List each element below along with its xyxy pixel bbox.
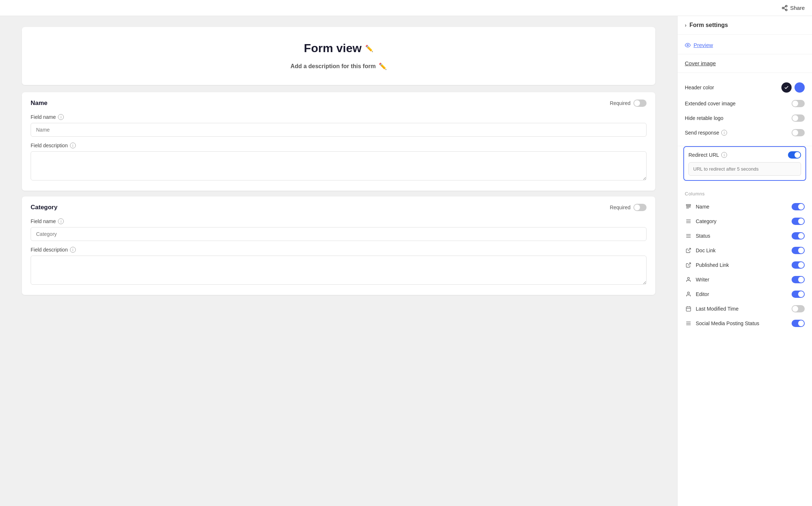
column-toggle-published-link[interactable]: [792, 261, 805, 269]
name-field-name-label: Field name i: [31, 114, 647, 120]
name-required-toggle[interactable]: [633, 100, 647, 107]
column-row-left: Social Media Posting Status: [685, 320, 759, 327]
redirect-url-input[interactable]: [688, 162, 801, 176]
category-field-card: Category Required Field name i Field des…: [22, 196, 655, 295]
name-field-card: Name Required Field name i Field descrip…: [22, 92, 655, 191]
color-options: [781, 82, 805, 93]
column-row-left: Writer: [685, 276, 709, 283]
column-name: Category: [696, 218, 717, 224]
column-row: Social Media Posting Status: [678, 316, 812, 331]
svg-line-16: [688, 248, 691, 251]
share-label: Share: [790, 5, 805, 11]
columns-header: Columns: [678, 187, 812, 199]
extended-cover-image-toggle[interactable]: [792, 100, 805, 107]
column-name: Last Modified Time: [696, 306, 739, 312]
name-field-name-input[interactable]: [31, 123, 647, 137]
name-field-description-input[interactable]: [31, 151, 647, 180]
column-name: Name: [696, 204, 709, 210]
header-color-label: Header color: [685, 85, 714, 90]
column-row-left: Last Modified Time: [685, 305, 739, 312]
hide-retable-logo-toggle[interactable]: [792, 114, 805, 122]
svg-point-19: [687, 292, 689, 294]
send-response-info-icon[interactable]: i: [721, 130, 727, 136]
column-icon-editor: [685, 291, 692, 298]
name-field-name-info-icon[interactable]: i: [58, 114, 64, 120]
redirect-url-box: Redirect URL i: [683, 146, 806, 181]
name-field-title: Name: [31, 100, 47, 107]
column-toggle-category[interactable]: [792, 218, 805, 225]
main-layout: Form view ✏️ Add a description for this …: [0, 16, 812, 506]
svg-rect-6: [686, 205, 691, 206]
column-row: Published Link: [678, 258, 812, 272]
send-response-row: Send response i: [685, 125, 805, 140]
form-settings-chevron-icon: ›: [685, 22, 687, 28]
column-name: Published Link: [696, 262, 729, 268]
name-field-desc-info-icon[interactable]: i: [70, 143, 76, 148]
send-response-toggle[interactable]: [792, 129, 805, 136]
column-toggle-name[interactable]: [792, 203, 805, 210]
svg-line-17: [688, 263, 691, 265]
category-required-toggle[interactable]: [633, 204, 647, 211]
column-row: Name: [678, 199, 812, 214]
redirect-url-toggle[interactable]: [788, 151, 801, 159]
column-row-left: Name: [685, 203, 709, 210]
redirect-url-label-text: Redirect URL: [688, 152, 719, 158]
column-row-left: Category: [685, 218, 717, 225]
column-name: Editor: [696, 291, 709, 297]
preview-section: Preview: [678, 35, 812, 54]
column-row-left: Doc Link: [685, 247, 715, 254]
column-row-left: Status: [685, 232, 710, 240]
left-content: Form view ✏️ Add a description for this …: [0, 16, 677, 506]
column-icon-doc-link: [685, 247, 692, 254]
column-name: Doc Link: [696, 248, 715, 253]
column-name: Social Media Posting Status: [696, 320, 759, 326]
share-icon: [781, 5, 788, 11]
column-row-left: Published Link: [685, 261, 729, 269]
category-required-row: Required: [610, 204, 647, 211]
form-title-text: Form view: [304, 42, 362, 55]
eye-icon: [685, 42, 691, 48]
top-bar: Share: [0, 0, 812, 16]
preview-link[interactable]: Preview: [685, 42, 805, 48]
form-settings-label: Form settings: [690, 22, 728, 28]
column-toggle-social-media-posting-status[interactable]: [792, 320, 805, 327]
column-row-left: Editor: [685, 291, 709, 298]
columns-list: Name Category Status Doc Link Published …: [678, 199, 812, 331]
column-icon-name: [685, 203, 692, 210]
cover-image-link[interactable]: Cover image: [685, 60, 716, 66]
name-field-header: Name Required: [31, 100, 647, 107]
category-field-title: Category: [31, 204, 58, 211]
extended-cover-image-row: Extended cover image: [685, 96, 805, 111]
category-field-desc-info-icon[interactable]: i: [70, 247, 76, 253]
header-color-row: Header color: [685, 79, 805, 96]
name-field-description-label: Field description i: [31, 143, 647, 148]
form-settings-section: › Form settings: [678, 16, 812, 35]
column-row: Status: [678, 229, 812, 243]
redirect-url-label: Redirect URL i: [688, 152, 727, 158]
column-toggle-last-modified-time[interactable]: [792, 305, 805, 312]
name-required-row: Required: [610, 100, 647, 107]
column-name: Writer: [696, 277, 709, 283]
category-field-header: Category Required: [31, 204, 647, 211]
form-description-row[interactable]: Add a description for this form ✏️: [29, 62, 648, 70]
hide-retable-logo-row: Hide retable logo: [685, 111, 805, 125]
column-toggle-writer[interactable]: [792, 276, 805, 283]
redirect-url-info-icon[interactable]: i: [721, 152, 727, 158]
category-field-name-info-icon[interactable]: i: [58, 218, 64, 224]
cover-image-section: Cover image: [678, 54, 812, 73]
form-settings-header[interactable]: › Form settings: [685, 22, 805, 28]
category-field-description-input[interactable]: [31, 256, 647, 285]
column-toggle-doc-link[interactable]: [792, 247, 805, 254]
color-blue[interactable]: [795, 82, 805, 93]
column-toggle-editor[interactable]: [792, 291, 805, 298]
form-header-card: Form view ✏️ Add a description for this …: [22, 27, 655, 85]
form-title-edit-icon[interactable]: ✏️: [365, 44, 373, 52]
category-field-name-input[interactable]: [31, 227, 647, 241]
form-description-edit-icon[interactable]: ✏️: [379, 62, 387, 70]
column-icon-writer: [685, 276, 692, 283]
svg-line-3: [784, 8, 785, 9]
share-button[interactable]: Share: [781, 5, 805, 11]
column-toggle-status[interactable]: [792, 232, 805, 240]
column-icon-published-link: [685, 261, 692, 269]
color-dark[interactable]: [781, 82, 792, 93]
